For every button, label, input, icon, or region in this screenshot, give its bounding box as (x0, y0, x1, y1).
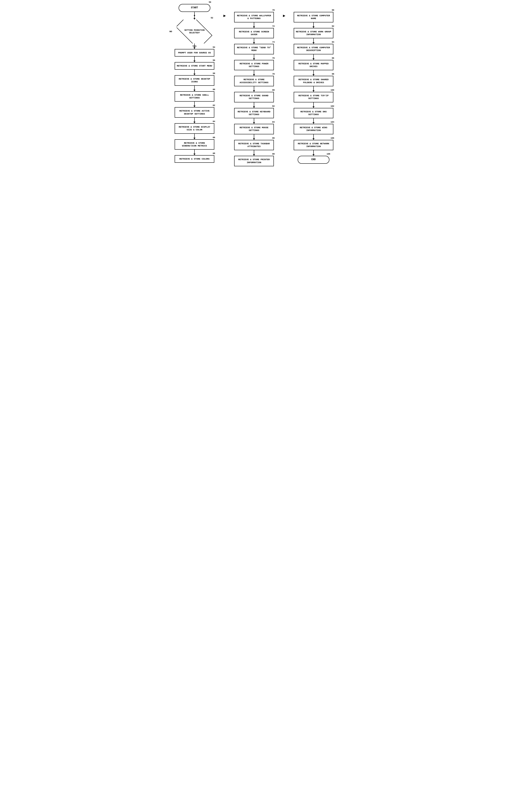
box-86: RETRIEVE & STORE TASKBAR ATTRIBUTES (234, 140, 274, 151)
step-80: 80 (272, 89, 274, 91)
column-left: 50 START 52 (165, 4, 224, 166)
node-98: 98 RETRIEVE & STORE SHARED FOLDERS & DRI… (284, 76, 343, 92)
box-54: PROMPT USER FOR SOURCE OS (175, 49, 214, 56)
step-56: 56 (213, 59, 215, 61)
step-82: 82 (272, 105, 274, 108)
step-76: 76 (272, 57, 274, 59)
node-90: 90 RETRIEVE & STORE COMPUTER NAME (284, 12, 343, 28)
box-68: RETRIEVE & STORE COLORS (175, 155, 214, 163)
step-90: 90 (332, 9, 334, 11)
node-70: 70 RETRIEVE & STORE WALLPAPER & PATTERNS (224, 12, 284, 28)
box-76: RETRIEVE & STORE POWER SETTINGS (234, 60, 274, 71)
node-56: 56 RETRIEVE & STORE START MENU (165, 62, 224, 75)
node-102: 102 RETRIEVE & STORE DNS SETTINGS (284, 108, 343, 124)
node-92: 92 RETRIEVE & STORE WORK GROUP INFORMATI… (284, 28, 343, 44)
step-98: 98 (332, 73, 334, 75)
node-106: 106 RETRIEVE & STORE NETWORK INFORMATION (284, 140, 343, 156)
box-64: RETRIEVE & STORE DISPLAY SIZE & COLOR (175, 123, 214, 134)
end-capsule: END (298, 156, 329, 164)
step-50: 50 (209, 1, 211, 3)
step-86: 86 (272, 137, 274, 139)
no-label: NO (169, 30, 172, 33)
box-90: RETRIEVE & STORE COMPUTER NAME (294, 12, 333, 23)
step-62: 62 (213, 104, 215, 106)
box-56: RETRIEVE & STORE START MENU (175, 62, 214, 70)
node-80: 80 RETRIEVE & STORE SOUND SETTINGS (224, 92, 284, 108)
arrow-start-to-decision (194, 12, 196, 19)
node-96: 96 RETRIEVE & STORE MAPPED DRIVES (284, 60, 343, 76)
node-100: 100 RETRIEVE & STORE TCP/IP SETTINGS (284, 92, 343, 108)
node-86: 86 RETRIEVE & STORE TASKBAR ATTRIBUTES (224, 140, 284, 156)
node-72: 72 RETRIEVE & STORE SCREEN SAVER (224, 28, 284, 44)
step-88: 88 (272, 153, 274, 155)
node-66: 66 RETRIEVE & STORE WINDOW/ICON METRICS (165, 139, 224, 155)
flowchart-diagram: 50 START 52 (165, 4, 343, 166)
box-104: RETRIEVE & STORE WINS INFORMATION (294, 124, 333, 134)
box-98: RETRIEVE & STORE SHARED FOLDERS & DRIVES (294, 76, 333, 86)
step-70: 70 (272, 9, 274, 11)
box-82: RETRIEVE & STORE KEYBOARD SETTINGS (234, 108, 274, 119)
node-64: 64 RETRIEVE & STORE DISPLAY SIZE & COLOR (165, 123, 224, 139)
box-66: RETRIEVE & STORE WINDOW/ICON METRICS (175, 139, 214, 150)
step-84: 84 (272, 121, 274, 123)
step-102: 102 (331, 105, 334, 108)
box-70: RETRIEVE & STORE WALLPAPER & PATTERNS (234, 12, 274, 23)
box-62: RETRIEVE & STORE ACTIVE DESKTOP SETTINGS (175, 107, 214, 118)
step-68: 68 (213, 153, 215, 155)
step-54: 54 (213, 46, 215, 48)
step-58: 58 (213, 73, 215, 75)
node-84: 84 RETRIEVE & STORE MOUSE SETTINGS (224, 124, 284, 140)
node-68: 68 RETRIEVE & STORE COLORS (165, 155, 224, 163)
box-60: RETRIEVE & STORE SHELL SETTINGS (175, 91, 214, 102)
box-100: RETRIEVE & STORE TCP/IP SETTINGS (294, 92, 333, 102)
step-100: 100 (331, 89, 334, 91)
column-right: 90 RETRIEVE & STORE COMPUTER NAME 92 RET… (284, 4, 343, 166)
step-94: 94 (332, 41, 334, 43)
column-mid: 70 RETRIEVE & STORE WALLPAPER & PATTERNS… (224, 4, 284, 166)
box-74: RETRIEVE & STORE "SEND TO" MENU (234, 44, 274, 54)
step-64: 64 (213, 121, 215, 123)
node-82: 82 RETRIEVE & STORE KEYBOARD SETTINGS (224, 108, 284, 124)
box-102: RETRIEVE & STORE DNS SETTINGS (294, 108, 333, 119)
step-92: 92 (332, 25, 334, 28)
step-108: 108 (327, 153, 330, 155)
node-88: 88 RETRIEVE & STORE PRINTER INFORMATION (224, 156, 284, 166)
flowchart-container: 50 START 52 (165, 4, 343, 166)
step-96: 96 (332, 57, 334, 59)
step-78: 78 (272, 73, 274, 75)
box-72: RETRIEVE & STORE SCREEN SAVER (234, 28, 274, 39)
box-92: RETRIEVE & STORE WORK GROUP INFORMATION (294, 28, 333, 39)
step-106: 106 (331, 137, 334, 139)
node-104: 104 RETRIEVE & STORE WINS INFORMATION (284, 124, 343, 140)
box-88: RETRIEVE & STORE PRINTER INFORMATION (234, 156, 274, 166)
start-capsule: START (179, 4, 210, 12)
box-96: RETRIEVE & STORE MAPPED DRIVES (294, 60, 333, 71)
node-94: 94 RETRIEVE & STORE COMPUTER DESCRIPTION (284, 44, 343, 60)
box-106: RETRIEVE & STORE NETWORK INFORMATION (294, 140, 333, 151)
node-74: 74 RETRIEVE & STORE "SEND TO" MENU (224, 44, 284, 60)
node-62: 62 RETRIEVE & STORE ACTIVE DESKTOP SETTI… (165, 107, 224, 123)
node-start: 50 START (165, 4, 224, 19)
step-52: 52 (211, 17, 213, 19)
node-78: 78 RETRIEVE & STORE ACCESSIBILITY SETTIN… (224, 76, 284, 92)
node-60: 60 RETRIEVE & STORE SHELL SETTINGS (165, 91, 224, 108)
step-72: 72 (272, 25, 274, 28)
step-74: 74 (272, 41, 274, 43)
step-104: 104 (331, 121, 334, 123)
node-58: 58 RETRIEVE & STORE DESKTOP ICONS (165, 75, 224, 91)
box-78: RETRIEVE & STORE ACCESSIBILITY SETTINGS (234, 76, 274, 86)
step-60: 60 (213, 88, 215, 91)
node-end: 108 END (284, 156, 343, 164)
box-84: RETRIEVE & STORE MOUSE SETTINGS (234, 124, 274, 134)
step-66: 66 (213, 136, 215, 139)
box-80: RETRIEVE & STORE SOUND SETTINGS (234, 92, 274, 102)
yes-label: YES (193, 45, 197, 47)
node-54: 54 PROMPT USER FOR SOURCE OS (165, 49, 224, 62)
box-94: RETRIEVE & STORE COMPUTER DESCRIPTION (294, 44, 333, 54)
box-58: RETRIEVE & STORE DESKTOP ICONS (175, 75, 214, 86)
node-decision: 52 SETTING MIGRATION SELECTED? NO YES (165, 19, 224, 49)
node-76: 76 RETRIEVE & STORE POWER SETTINGS (224, 60, 284, 76)
